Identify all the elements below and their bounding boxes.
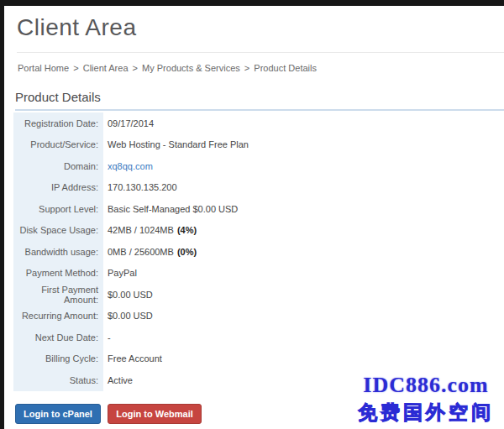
detail-value: Free Account <box>103 348 162 370</box>
detail-row: Registration Date:09/17/2014 <box>13 112 504 134</box>
detail-value: 09/17/2014 <box>103 112 154 134</box>
detail-value: - <box>103 327 111 348</box>
breadcrumb-item: Product Details <box>254 63 317 73</box>
detail-row: Support Level:Basic Self-Managed $0.00 U… <box>13 198 504 220</box>
breadcrumb-separator: > <box>240 63 255 73</box>
detail-value: $0.00 USD <box>103 306 153 327</box>
detail-label: Product/Service: <box>13 134 103 156</box>
breadcrumb-item[interactable]: Portal Home <box>18 63 69 73</box>
detail-row: Bandwidth usage:0MB / 25600MB(0%) <box>13 241 504 263</box>
detail-label: Domain: <box>13 155 103 177</box>
breadcrumb-item[interactable]: Client Area <box>83 63 129 73</box>
detail-label: Next Due Date: <box>13 327 103 348</box>
detail-label: Bandwidth usage: <box>13 241 103 263</box>
breadcrumb: Portal Home > Client Area > My Products … <box>18 63 504 73</box>
page: Client Area Portal Home > Client Area > … <box>0 0 504 429</box>
detail-label: Support Level: <box>13 198 103 220</box>
detail-label: Status: <box>13 369 103 391</box>
detail-value: Active <box>103 369 133 391</box>
detail-row: Disk Space Usage:42MB / 1024MB(4%) <box>13 220 504 242</box>
usage-percent: (4%) <box>177 225 197 235</box>
detail-label: Payment Method: <box>13 263 103 285</box>
page-title: Client Area <box>17 14 504 53</box>
detail-row: Domain:xq8qq.com <box>13 155 504 177</box>
detail-value: 42MB / 1024MB(4%) <box>103 220 197 242</box>
detail-label: Registration Date: <box>13 112 103 134</box>
detail-row: Next Due Date:- <box>13 327 504 348</box>
detail-value: PayPal <box>103 263 137 285</box>
detail-row: Recurring Amount:$0.00 USD <box>13 306 504 327</box>
detail-label: Disk Space Usage: <box>13 220 103 242</box>
action-buttons: Login to cPanel Login to Webmail <box>15 404 504 424</box>
breadcrumb-separator: > <box>69 63 83 73</box>
detail-value: 0MB / 25600MB(0%) <box>103 241 197 263</box>
detail-row: Billing Cycle:Free Account <box>13 348 504 370</box>
detail-value: Web Hosting - Standard Free Plan <box>103 134 249 156</box>
detail-label: First Payment Amount: <box>13 284 103 306</box>
detail-value: xq8qq.com <box>103 155 153 177</box>
detail-label: Billing Cycle: <box>13 348 103 370</box>
detail-label: Recurring Amount: <box>13 306 103 327</box>
detail-label: IP Address: <box>13 177 103 199</box>
detail-row: IP Address:170.130.135.200 <box>13 177 504 199</box>
detail-row: Product/Service:Web Hosting - Standard F… <box>13 134 504 156</box>
breadcrumb-separator: > <box>129 63 143 73</box>
detail-value: 170.130.135.200 <box>103 177 177 199</box>
usage-percent: (0%) <box>177 247 197 257</box>
detail-row: First Payment Amount:$0.00 USD <box>13 284 504 306</box>
detail-value: $0.00 USD <box>103 284 153 306</box>
detail-row: Status:Active <box>13 369 504 391</box>
detail-value: Basic Self-Managed $0.00 USD <box>103 198 238 220</box>
login-to-cpanel-button[interactable]: Login to cPanel <box>15 404 101 424</box>
section-title: Product Details <box>15 90 504 111</box>
domain-link[interactable]: xq8qq.com <box>108 161 153 171</box>
detail-row: Payment Method:PayPal <box>13 263 504 285</box>
login-to-webmail-button[interactable]: Login to Webmail <box>108 404 201 424</box>
product-details-table: Registration Date:09/17/2014Product/Serv… <box>13 112 504 391</box>
breadcrumb-item[interactable]: My Products & Services <box>142 63 240 73</box>
